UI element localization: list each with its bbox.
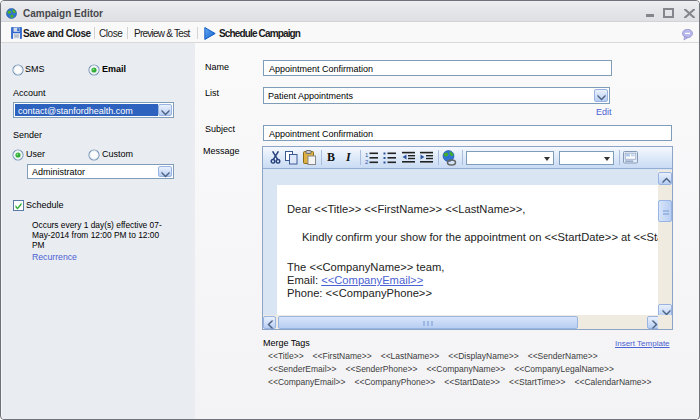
svg-text:2: 2 [365,159,369,165]
svg-text:1: 1 [365,152,369,158]
